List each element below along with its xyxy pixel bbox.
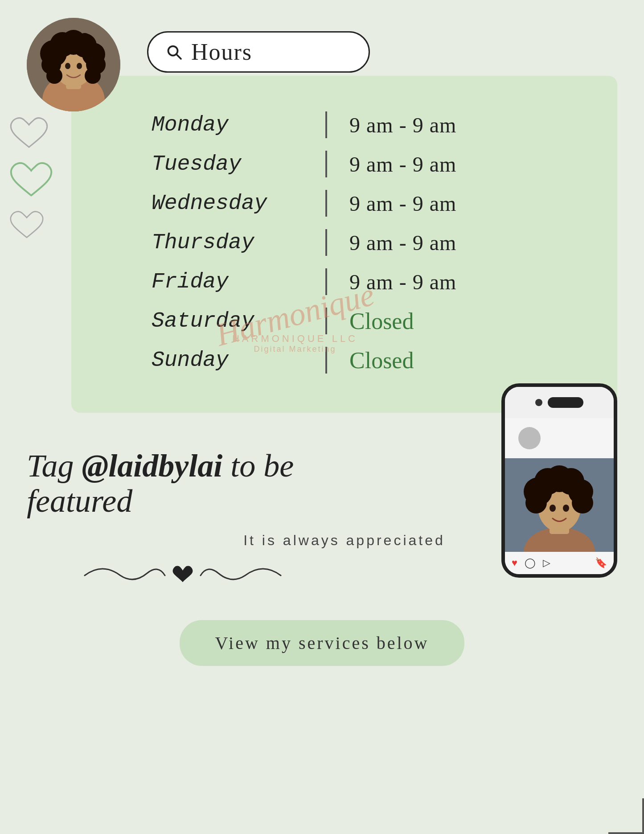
divider [325, 268, 327, 295]
bottom-border-decoration [608, 798, 644, 834]
top-section: Hours [0, 0, 644, 111]
tag-prefix: Tag [27, 448, 82, 484]
svg-point-17 [78, 33, 91, 45]
time-sunday: Closed [349, 347, 414, 374]
svg-point-14 [65, 63, 70, 69]
table-row: Thursday 9 am - 9 am [152, 229, 591, 256]
phone-heart-icon: ♥ [512, 557, 517, 569]
phone-comment-icon: ◯ [525, 557, 536, 569]
table-row: Tuesday 9 am - 9 am [152, 151, 591, 177]
time-friday: 9 am - 9 am [349, 270, 456, 294]
day-friday: Friday [152, 270, 303, 294]
svg-point-34 [567, 470, 582, 484]
divider [325, 308, 327, 334]
time-wednesday: 9 am - 9 am [349, 191, 456, 216]
svg-point-12 [46, 68, 62, 84]
divider [325, 111, 327, 138]
tag-handle: @laidbylai [82, 448, 222, 484]
phone-actions-bar: ♥ ◯ ▷ 🔖 [505, 552, 614, 574]
time-thursday: 9 am - 9 am [349, 230, 456, 255]
services-btn-wrapper: View my services below [0, 620, 644, 666]
phone-camera [535, 399, 542, 406]
page-wrapper: Hours Harmonique HARMONIQUE LLC Digital … [0, 0, 644, 834]
table-row: Friday 9 am - 9 am [152, 268, 591, 295]
swirl-svg [76, 558, 290, 593]
view-services-button[interactable]: View my services below [180, 620, 465, 666]
heart-icon-2 [9, 160, 53, 201]
phone-notch-row [535, 397, 583, 408]
table-row: Wednesday 9 am - 9 am [152, 190, 591, 217]
day-tuesday: Tuesday [152, 152, 303, 176]
svg-point-33 [537, 470, 551, 484]
swirl-decoration [71, 558, 294, 593]
phone-mockup: ♥ ◯ ▷ 🔖 [501, 383, 617, 578]
divider [325, 190, 327, 217]
phone-bookmark-icon: 🔖 [595, 557, 607, 569]
divider [325, 347, 327, 374]
table-row: Saturday Closed [152, 308, 591, 334]
svg-point-13 [85, 68, 101, 84]
day-saturday: Saturday [152, 309, 303, 333]
time-monday: 9 am - 9 am [349, 113, 456, 137]
phone-frame: ♥ ◯ ▷ 🔖 [501, 383, 617, 578]
svg-point-16 [56, 33, 69, 45]
day-thursday: Thursday [152, 230, 303, 255]
heart-icon-3 [9, 210, 45, 242]
search-icon [166, 44, 182, 60]
svg-point-31 [550, 505, 556, 512]
avatar [27, 18, 120, 111]
divider [325, 229, 327, 256]
svg-point-32 [563, 505, 569, 512]
phone-image-area [505, 458, 614, 552]
hours-table: Monday 9 am - 9 am Tuesday 9 am - 9 am W… [152, 111, 591, 374]
svg-point-29 [572, 492, 593, 514]
search-bar-wrapper: Hours [147, 31, 370, 73]
phone-share-icon: ▷ [543, 557, 550, 569]
svg-point-30 [525, 492, 547, 514]
table-row: Sunday Closed [152, 347, 591, 374]
day-sunday: Sunday [152, 348, 303, 372]
time-tuesday: 9 am - 9 am [349, 152, 456, 177]
tag-text: Tag @laidbylai to be featured [27, 448, 339, 519]
svg-line-19 [176, 54, 181, 59]
search-bar-label: Hours [191, 39, 252, 65]
search-bar[interactable]: Hours [147, 31, 370, 73]
hours-card: Harmonique HARMONIQUE LLC Digital Market… [71, 76, 617, 413]
table-row: Monday 9 am - 9 am [152, 111, 591, 138]
time-saturday: Closed [349, 308, 414, 334]
divider [325, 151, 327, 177]
phone-notch [548, 397, 583, 408]
phone-notch-area [505, 387, 614, 418]
heart-icon-1 [9, 116, 49, 152]
day-monday: Monday [152, 113, 303, 137]
phone-profile-row [505, 418, 614, 458]
hearts-decoration [9, 116, 53, 251]
svg-point-15 [77, 63, 82, 69]
phone-story-circle [518, 427, 541, 449]
day-wednesday: Wednesday [152, 191, 303, 215]
